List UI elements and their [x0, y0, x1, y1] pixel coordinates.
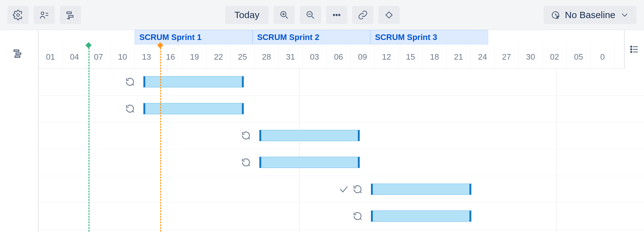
zoom-in-icon — [279, 10, 290, 20]
timeline-header: SCRUM Sprint 1SCRUM Sprint 2SCRUM Sprint… — [39, 30, 644, 69]
date-cell: 18 — [423, 45, 447, 69]
date-cell: 19 — [183, 45, 207, 69]
expand-bars-icon — [12, 47, 24, 59]
sprint-block[interactable]: SCRUM Sprint 2 — [252, 30, 370, 44]
svg-point-25 — [631, 49, 632, 50]
date-cell: 0 — [591, 45, 615, 69]
ellipsis-icon — [331, 10, 342, 20]
user-list-icon — [39, 10, 50, 20]
today-marker-line — [89, 45, 89, 232]
date-cell: 15 — [399, 45, 423, 69]
date-cell: 21 — [447, 45, 471, 69]
more-options-button[interactable] — [326, 6, 347, 24]
svg-rect-5 — [69, 15, 73, 17]
milestones-button[interactable] — [378, 6, 400, 24]
date-cell: 09 — [351, 45, 375, 69]
svg-rect-18 — [556, 16, 559, 17]
date-cell: 04 — [63, 45, 87, 69]
date-cell: 24 — [471, 45, 495, 69]
task-bar[interactable] — [143, 76, 244, 87]
date-cell: 10 — [111, 45, 135, 69]
task-row — [39, 96, 644, 122]
cycle-icon — [241, 157, 251, 168]
expand-all-button[interactable] — [12, 47, 24, 61]
row-icons — [125, 76, 135, 87]
legend-icon — [629, 44, 640, 55]
date-row: 0104071013161922252831030609121518212427… — [39, 45, 644, 69]
svg-point-27 — [631, 51, 632, 52]
date-cell: 25 — [231, 45, 255, 69]
date-cell: 12 — [375, 45, 399, 69]
date-cell: 05 — [567, 45, 591, 69]
sprint-row: SCRUM Sprint 1SCRUM Sprint 2SCRUM Sprint… — [39, 30, 644, 45]
svg-line-11 — [312, 16, 314, 18]
task-rows — [39, 69, 644, 232]
date-cell: 27 — [495, 45, 519, 69]
date-cell: 01 — [39, 45, 63, 69]
sprint-marker-line — [160, 45, 161, 232]
task-bar[interactable] — [371, 210, 471, 222]
row-icons — [241, 157, 251, 168]
task-bar[interactable] — [259, 157, 360, 168]
date-cell: 02 — [543, 45, 567, 69]
date-cell: 31 — [279, 45, 303, 69]
chevron-down-icon — [620, 10, 630, 20]
task-bar[interactable] — [371, 184, 471, 195]
task-row — [39, 149, 644, 176]
task-row — [39, 69, 644, 96]
toolbar: Today No Baseline — [0, 0, 644, 30]
sprint-block[interactable]: SCRUM Sprint 3 — [370, 30, 488, 44]
date-cell: 28 — [255, 45, 279, 69]
zoom-out-button[interactable] — [300, 6, 321, 24]
gear-icon — [13, 10, 23, 20]
scroll-to-button[interactable] — [60, 6, 81, 24]
link-icon — [358, 10, 368, 20]
svg-point-15 — [339, 14, 340, 16]
date-cell: 22 — [207, 45, 231, 69]
svg-point-14 — [336, 14, 338, 16]
svg-point-23 — [631, 46, 632, 47]
today-label: Today — [234, 10, 259, 20]
date-cell: 07 — [87, 45, 111, 69]
cycle-icon — [125, 103, 135, 114]
svg-line-7 — [286, 16, 288, 18]
check-icon — [339, 184, 349, 195]
cycle-icon — [125, 77, 135, 87]
left-gutter — [0, 30, 39, 232]
task-row — [39, 176, 644, 203]
cycle-icon — [241, 130, 251, 141]
row-icons — [125, 103, 135, 114]
scroll-to-icon — [65, 10, 76, 20]
right-gutter[interactable] — [624, 30, 644, 69]
date-cell: 16 — [159, 45, 183, 69]
row-icons — [339, 184, 363, 195]
row-icons — [352, 210, 363, 222]
svg-point-13 — [333, 14, 335, 16]
svg-rect-16 — [386, 12, 392, 18]
cycle-icon — [352, 211, 363, 221]
date-cell: 03 — [303, 45, 327, 69]
svg-rect-4 — [67, 12, 71, 14]
task-row — [39, 203, 644, 230]
baseline-icon — [550, 10, 560, 20]
today-button[interactable]: Today — [225, 6, 269, 24]
row-icons — [241, 130, 251, 141]
svg-rect-22 — [15, 56, 20, 57]
svg-point-0 — [17, 13, 20, 16]
settings-button[interactable] — [7, 6, 29, 24]
date-cell: 06 — [327, 45, 351, 69]
svg-rect-21 — [16, 53, 21, 54]
resources-button[interactable] — [34, 6, 55, 24]
cycle-icon — [352, 184, 363, 195]
zoom-in-button[interactable] — [274, 6, 295, 24]
task-bar[interactable] — [259, 130, 360, 141]
baseline-dropdown[interactable]: No Baseline — [544, 6, 637, 24]
dependencies-button[interactable] — [352, 6, 373, 24]
zoom-out-icon — [305, 10, 316, 20]
task-bar[interactable] — [143, 103, 244, 114]
date-cell: 30 — [519, 45, 543, 69]
svg-rect-19 — [556, 17, 559, 19]
sprint-block[interactable]: SCRUM Sprint 1 — [135, 30, 252, 44]
svg-rect-20 — [14, 50, 19, 52]
baseline-label: No Baseline — [565, 10, 615, 20]
